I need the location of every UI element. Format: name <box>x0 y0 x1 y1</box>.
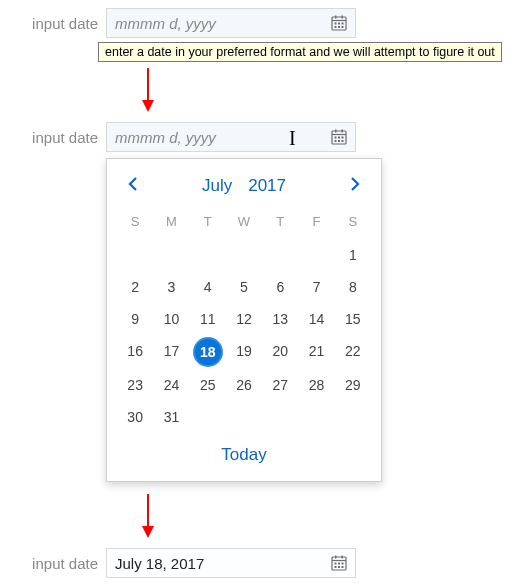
calendar-year: 2017 <box>248 176 286 196</box>
calendar-day[interactable]: 27 <box>262 369 298 401</box>
svg-marker-23 <box>142 526 154 538</box>
prev-month-button[interactable] <box>121 175 145 196</box>
next-month-button[interactable] <box>343 175 367 196</box>
svg-rect-4 <box>342 23 344 25</box>
calendar-day[interactable]: 4 <box>190 271 226 303</box>
calendar-day-blank <box>190 239 226 271</box>
calendar-month: July <box>202 176 232 196</box>
calendar-dow: M <box>153 208 189 239</box>
calendar-day[interactable]: 14 <box>298 303 334 335</box>
date-input-value: July 18, 2017 <box>115 555 331 572</box>
calendar-title[interactable]: July 2017 <box>202 176 286 196</box>
calendar-day-blank <box>298 239 334 271</box>
calendar-day-blank <box>117 239 153 271</box>
calendar-day[interactable]: 24 <box>153 369 189 401</box>
calendar-dow: T <box>262 208 298 239</box>
svg-rect-16 <box>342 137 344 139</box>
calendar-icon[interactable] <box>331 555 347 571</box>
calendar-header: July 2017 <box>117 169 371 208</box>
calendar-day[interactable]: 12 <box>226 303 262 335</box>
date-input-2[interactable]: mmmm d, yyyy I <box>106 122 356 152</box>
date-input-placeholder: mmmm d, yyyy <box>115 15 331 32</box>
field-label: input date <box>8 129 98 146</box>
calendar-day[interactable]: 15 <box>335 303 371 335</box>
calendar-day-blank <box>153 239 189 271</box>
state2-block: input date mmmm d, yyyy I July 2017 <box>106 122 498 482</box>
svg-rect-29 <box>335 566 337 568</box>
calendar-day[interactable]: 1 <box>335 239 371 271</box>
calendar-day[interactable]: 22 <box>335 335 371 369</box>
svg-rect-17 <box>335 140 337 142</box>
calendar-icon[interactable] <box>331 129 347 145</box>
calendar-day[interactable]: 13 <box>262 303 298 335</box>
calendar-grid: SMTWTFS123456789101112131415161718192021… <box>117 208 371 433</box>
svg-rect-32 <box>335 556 337 559</box>
svg-rect-20 <box>335 130 337 133</box>
calendar-day[interactable]: 8 <box>335 271 371 303</box>
date-input-placeholder: mmmm d, yyyy <box>115 129 331 146</box>
svg-rect-31 <box>342 566 344 568</box>
calendar-dow: W <box>226 208 262 239</box>
calendar-day[interactable]: 5 <box>226 271 262 303</box>
calendar-day[interactable]: 30 <box>117 401 153 433</box>
calendar-day[interactable]: 20 <box>262 335 298 369</box>
calendar-dow: S <box>117 208 153 239</box>
svg-rect-18 <box>338 140 340 142</box>
date-input-3[interactable]: July 18, 2017 <box>106 548 356 578</box>
calendar-day[interactable]: 9 <box>117 303 153 335</box>
today-button[interactable]: Today <box>117 433 371 475</box>
calendar-dow: F <box>298 208 334 239</box>
calendar-day[interactable]: 6 <box>262 271 298 303</box>
svg-rect-7 <box>342 26 344 28</box>
svg-rect-14 <box>335 137 337 139</box>
field-label: input date <box>8 555 98 572</box>
svg-rect-8 <box>335 16 337 19</box>
calendar-day-blank <box>226 239 262 271</box>
svg-rect-5 <box>335 26 337 28</box>
calendar-icon[interactable] <box>331 15 347 31</box>
calendar-day[interactable]: 18 <box>190 335 226 369</box>
calendar-day[interactable]: 10 <box>153 303 189 335</box>
date-input-1[interactable]: mmmm d, yyyy <box>106 8 356 38</box>
calendar-day[interactable]: 11 <box>190 303 226 335</box>
calendar-day[interactable]: 2 <box>117 271 153 303</box>
svg-rect-26 <box>335 563 337 565</box>
state3-row: input date July 18, 2017 <box>8 548 498 578</box>
arrow-1 <box>138 66 498 114</box>
tooltip: enter a date in your preferred format an… <box>98 42 502 62</box>
calendar-day[interactable]: 21 <box>298 335 334 369</box>
calendar-day[interactable]: 29 <box>335 369 371 401</box>
svg-rect-27 <box>338 563 340 565</box>
arrow-2 <box>138 492 498 540</box>
calendar-day-blank <box>262 239 298 271</box>
svg-rect-9 <box>342 16 344 19</box>
calendar-day[interactable]: 3 <box>153 271 189 303</box>
svg-rect-3 <box>338 23 340 25</box>
field-label: input date <box>8 15 98 32</box>
calendar-day[interactable]: 23 <box>117 369 153 401</box>
svg-rect-33 <box>342 556 344 559</box>
svg-marker-11 <box>142 100 154 112</box>
svg-rect-15 <box>338 137 340 139</box>
svg-rect-21 <box>342 130 344 133</box>
calendar-dow: S <box>335 208 371 239</box>
calendar-day[interactable]: 16 <box>117 335 153 369</box>
calendar-day[interactable]: 28 <box>298 369 334 401</box>
svg-rect-30 <box>338 566 340 568</box>
calendar-day[interactable]: 26 <box>226 369 262 401</box>
calendar-day[interactable]: 19 <box>226 335 262 369</box>
svg-rect-19 <box>342 140 344 142</box>
calendar-dow: T <box>190 208 226 239</box>
calendar-day[interactable]: 25 <box>190 369 226 401</box>
svg-rect-2 <box>335 23 337 25</box>
calendar-day[interactable]: 17 <box>153 335 189 369</box>
svg-rect-28 <box>342 563 344 565</box>
calendar-popup: July 2017 SMTWTFS12345678910111213141516… <box>106 158 382 482</box>
svg-rect-6 <box>338 26 340 28</box>
calendar-day[interactable]: 31 <box>153 401 189 433</box>
state1-row: input date mmmm d, yyyy enter a date in … <box>8 8 498 38</box>
calendar-day[interactable]: 7 <box>298 271 334 303</box>
